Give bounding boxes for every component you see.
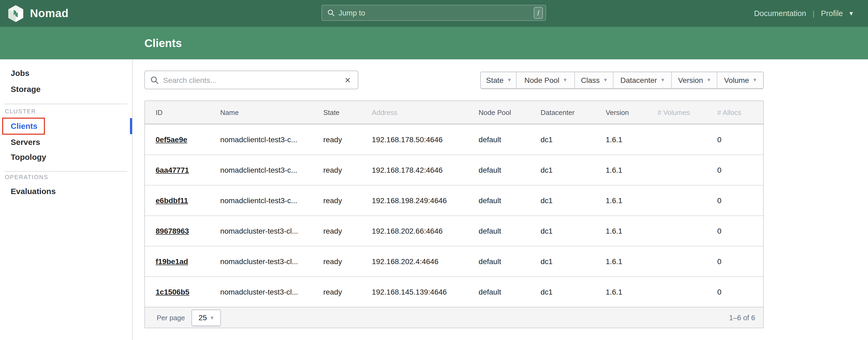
client-node-pool: default <box>468 257 530 266</box>
per-page-label: Per page <box>157 313 185 321</box>
client-version: 1.6.1 <box>595 196 647 205</box>
sidebar-section-operations: OPERATIONS <box>5 174 49 180</box>
jump-to-placeholder: Jump to <box>339 8 534 17</box>
client-address: 192.168.202.66:4646 <box>361 227 468 235</box>
table-row[interactable]: f19be1ad nomadcluster-test3-cl... ready … <box>145 246 763 276</box>
client-node-pool: default <box>468 288 530 296</box>
client-allocs: 0 <box>707 257 763 266</box>
table-row[interactable]: 1c1506b5 nomadcluster-test3-cl... ready … <box>145 276 763 307</box>
table-row[interactable]: 0ef5ae9e nomadclientcl-test3-c... ready … <box>145 124 763 154</box>
client-allocs: 0 <box>707 227 763 235</box>
sidebar-divider <box>4 104 127 104</box>
client-address: 192.168.178.42:4646 <box>361 166 468 174</box>
client-id-link[interactable]: 0ef5ae9e <box>156 135 187 144</box>
col-header-node-pool[interactable]: Node Pool <box>468 108 530 116</box>
sidebar-item-storage[interactable]: Storage <box>11 81 41 97</box>
filter-class[interactable]: Class▾ <box>575 72 614 88</box>
top-navbar: Nomad Jump to / Documentation | Profile … <box>0 0 868 27</box>
client-allocs: 0 <box>707 166 763 174</box>
sidebar-item-topology[interactable]: Topology <box>11 149 46 165</box>
caret-down-icon: ▾ <box>508 76 511 83</box>
profile-menu[interactable]: Profile <box>821 9 843 18</box>
client-id-link[interactable]: 6aa47771 <box>156 166 189 174</box>
client-node-pool: default <box>468 135 530 144</box>
table-row[interactable]: e6bdbf11 nomadclientcl-test3-c... ready … <box>145 185 763 215</box>
search-icon <box>327 9 335 17</box>
search-clients-input[interactable] <box>163 75 343 84</box>
filter-version[interactable]: Version▾ <box>672 72 717 88</box>
client-datacenter: dc1 <box>530 257 595 266</box>
client-address: 192.168.145.139:4646 <box>361 288 468 296</box>
nomad-brand[interactable]: Nomad <box>7 0 68 27</box>
nomad-logo-icon <box>7 4 24 22</box>
sidebar-divider <box>4 171 127 172</box>
per-page-value: 25 <box>198 313 207 322</box>
client-allocs: 0 <box>707 196 763 205</box>
active-item-indicator <box>130 118 132 134</box>
sidebar: Jobs Storage CLUSTER Clients Servers Top… <box>0 59 133 340</box>
sidebar-item-evaluations[interactable]: Evaluations <box>11 183 56 199</box>
client-node-pool: default <box>468 196 530 205</box>
col-header-allocs: # Allocs <box>707 108 763 116</box>
nomad-ui-screen: Nomad Jump to / Documentation | Profile … <box>0 0 868 340</box>
documentation-link[interactable]: Documentation <box>754 9 806 18</box>
client-name: nomadcluster-test3-cl... <box>210 288 313 296</box>
client-id-link[interactable]: f19be1ad <box>156 257 188 266</box>
client-version: 1.6.1 <box>595 257 647 266</box>
client-datacenter: dc1 <box>530 288 595 296</box>
client-id-link[interactable]: 89678963 <box>156 227 189 235</box>
col-header-datacenter[interactable]: Datacenter <box>530 108 595 116</box>
caret-down-icon: ▾ <box>661 76 664 83</box>
caret-down-icon[interactable]: ▼ <box>848 10 854 17</box>
filter-datacenter[interactable]: Datacenter▾ <box>614 72 672 88</box>
client-datacenter: dc1 <box>530 196 595 205</box>
col-header-version[interactable]: Version <box>595 108 647 116</box>
filter-node-pool[interactable]: Node Pool▾ <box>517 72 575 88</box>
caret-down-icon: ▾ <box>707 76 710 83</box>
page-title: Clients <box>145 37 182 50</box>
client-state: ready <box>313 227 361 235</box>
client-address: 192.168.178.50:4646 <box>361 135 468 144</box>
client-version: 1.6.1 <box>595 288 647 296</box>
jump-to-search[interactable]: Jump to / <box>321 5 546 21</box>
table-row[interactable]: 89678963 nomadcluster-test3-cl... ready … <box>145 215 763 246</box>
col-header-name[interactable]: Name <box>210 108 313 116</box>
sidebar-item-jobs[interactable]: Jobs <box>11 65 29 81</box>
col-header-id[interactable]: ID <box>145 108 210 116</box>
clear-search-icon[interactable]: ✕ <box>343 75 352 84</box>
slash-shortcut-badge: / <box>534 7 543 19</box>
brand-name: Nomad <box>30 7 68 20</box>
client-state: ready <box>313 135 361 144</box>
sidebar-item-clients[interactable]: Clients <box>11 118 37 134</box>
caret-down-icon: ▾ <box>604 76 607 83</box>
search-clients-box: ✕ <box>145 70 358 89</box>
caret-down-icon: ▾ <box>211 314 214 321</box>
client-datacenter: dc1 <box>530 135 595 144</box>
client-name: nomadclientcl-test3-c... <box>210 166 313 174</box>
table-row[interactable]: 6aa47771 nomadclientcl-test3-c... ready … <box>145 154 763 185</box>
client-state: ready <box>313 166 361 174</box>
main-content: ✕ State▾ Node Pool▾ Class▾ Datacenter▾ V… <box>145 59 764 328</box>
table-header-row: ID Name State Address Node Pool Datacent… <box>145 101 763 124</box>
filter-state[interactable]: State▾ <box>481 72 517 88</box>
client-id-link[interactable]: e6bdbf11 <box>156 196 188 205</box>
clients-table: ID Name State Address Node Pool Datacent… <box>145 100 764 328</box>
client-node-pool: default <box>468 227 530 235</box>
client-datacenter: dc1 <box>530 166 595 174</box>
topbar-separator: | <box>813 9 814 18</box>
client-allocs: 0 <box>707 135 763 144</box>
client-state: ready <box>313 288 361 296</box>
filter-volume[interactable]: Volume▾ <box>717 72 763 88</box>
client-node-pool: default <box>468 166 530 174</box>
client-id-link[interactable]: 1c1506b5 <box>156 288 189 296</box>
search-icon <box>150 75 159 84</box>
filter-bar: State▾ Node Pool▾ Class▾ Datacenter▾ Ver… <box>480 71 764 89</box>
client-name: nomadclientcl-test3-c... <box>210 135 313 144</box>
sidebar-item-servers[interactable]: Servers <box>11 134 40 150</box>
client-name: nomadcluster-test3-cl... <box>210 257 313 266</box>
per-page-select[interactable]: 25 ▾ <box>191 309 221 326</box>
col-header-address: Address <box>361 108 468 116</box>
col-header-state[interactable]: State <box>313 108 361 116</box>
client-address: 192.168.198.249:4646 <box>361 196 468 205</box>
pagination-range: 1–6 of 6 <box>729 313 755 321</box>
